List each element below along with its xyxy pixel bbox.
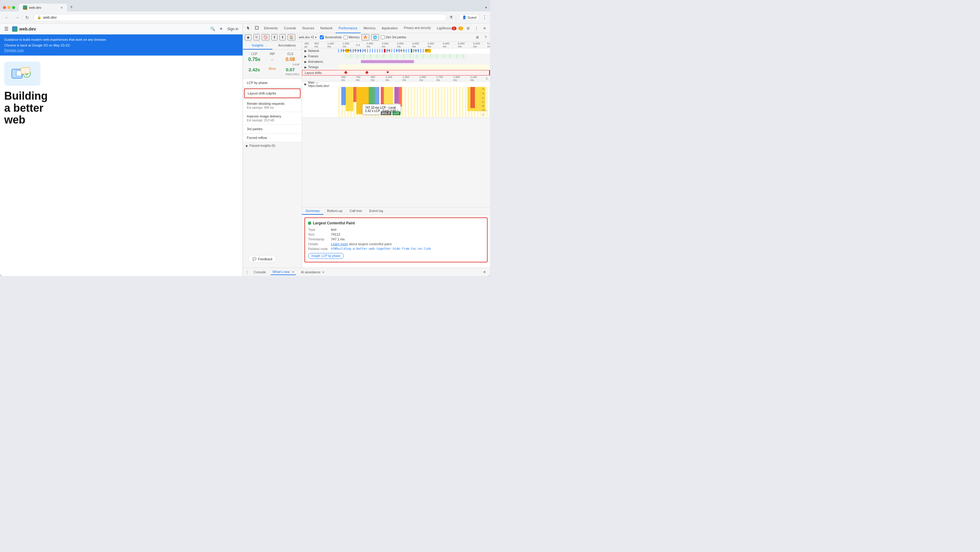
insight-render-blocking[interactable]: Render blocking requests Est savings: 40… (243, 99, 302, 112)
register-link[interactable]: Register now (4, 48, 24, 52)
tab-lighthouse[interactable]: Lighthouse (434, 24, 451, 33)
devtools-panel: Elements Console Sources Network Perform… (243, 24, 490, 276)
experiments-icon[interactable]: ⚗ (449, 15, 453, 20)
insight-lcp-by-phase[interactable]: LCP by phase (243, 78, 302, 87)
minimize-traffic-light[interactable] (8, 6, 11, 9)
track-animations-content[interactable] (338, 59, 490, 65)
device-toolbar-button[interactable] (253, 25, 260, 32)
hero-title-line3: web (4, 114, 239, 126)
active-tab[interactable]: web.dev ✕ (19, 4, 67, 11)
bottom-bar: ⋮ Console What's new ✕ AI assistance ✦ ✕ (243, 268, 490, 276)
track-timings: ▶ Timings (302, 65, 490, 70)
ruler2-6: 1,792 ms (433, 75, 450, 81)
flame-icon[interactable]: 🔥 (361, 34, 369, 40)
settings-button[interactable]: ⚙ (465, 26, 471, 31)
signin-link[interactable]: Sign in (227, 27, 239, 31)
inspect-element-button[interactable] (245, 25, 253, 32)
timings-expand-icon[interactable]: ▶ (304, 65, 307, 69)
flame-chart[interactable]: T... x... (... (... lz C (... (... F s..… (338, 87, 490, 117)
bottom-console-tab[interactable]: Console (252, 270, 267, 275)
metrics-section: LCP INP CLS 0.75s – 0.08 Local (243, 50, 302, 78)
download-button[interactable]: ⬇ (279, 34, 286, 40)
bottom-whats-new-tab[interactable]: What's new ✕ (270, 269, 296, 275)
record-button[interactable]: ⏺ (245, 34, 251, 40)
passed-insights-header[interactable]: ▶ Passed insights (6) (243, 142, 302, 149)
memory-checkbox[interactable] (344, 35, 348, 39)
learn-more-link[interactable]: Learn more (331, 242, 348, 246)
track-main-thread: ▶ Main — https://web.dev/ (302, 81, 490, 118)
call-tree-tab[interactable]: Call tree (346, 207, 366, 215)
tab-dropdown-icon[interactable]: ▾ (485, 5, 487, 10)
menu-icon[interactable]: ☰ (4, 26, 8, 32)
address-bar[interactable]: 🔒 web.dev (33, 14, 447, 21)
dim-parties-checkbox-group: Dim 3rd parties (381, 35, 406, 39)
back-button[interactable]: ← (3, 14, 11, 21)
main-content: ☰ web.dev 🔍 ☀ Sign in Guidance to build … (0, 24, 490, 276)
bottom-close-button[interactable]: ✕ (482, 269, 488, 275)
new-tab-button[interactable]: + (68, 4, 75, 10)
more-options-icon[interactable]: ⋮ (245, 270, 249, 274)
tab-close-icon[interactable]: ✕ (60, 6, 63, 10)
more-button[interactable]: ⋮ (482, 14, 487, 20)
session-selector[interactable]: web.dev #2 ▾ (297, 35, 318, 40)
close-traffic-light[interactable] (3, 6, 6, 9)
track-layout-shifts-content[interactable] (339, 70, 490, 75)
frames-expand-icon[interactable]: ▶ (304, 55, 307, 58)
track-timings-content[interactable] (338, 65, 490, 70)
insight-image-delivery[interactable]: Improve image delivery Est savings: 25.0… (243, 112, 302, 125)
tab-memory[interactable]: Memory (361, 24, 379, 33)
upload-button[interactable]: ⬆ (271, 34, 278, 40)
clear-button[interactable]: 🚫 (262, 34, 269, 40)
reload-record-button[interactable]: ↻ (253, 34, 260, 40)
tab-network[interactable]: Network (317, 24, 336, 33)
tab-elements[interactable]: Elements (261, 24, 281, 33)
theme-icon[interactable]: ☀ (220, 27, 223, 31)
help-button[interactable]: ? (483, 34, 488, 40)
fullscreen-traffic-light[interactable] (12, 6, 15, 9)
lcp-size-label: Size (308, 233, 329, 236)
lcp-details-title: Largest Contentful Paint (308, 221, 484, 225)
tab-performance[interactable]: Performance (336, 24, 361, 33)
insight-layout-shift-culprits[interactable]: Layout shift culprits (244, 88, 301, 98)
tab-sources[interactable]: Sources (299, 24, 317, 33)
ruler-mark-6: 3,492 ms (377, 42, 393, 48)
track-animations-label: ▶ Animations (302, 60, 338, 64)
lcp-insight-button[interactable]: Insight LCP by phase (308, 253, 344, 259)
home-button[interactable]: 🏠 (288, 34, 295, 40)
summary-content: Largest Contentful Paint Type text Size … (302, 215, 490, 268)
bottom-ai-tab[interactable]: AI assistance ✦ (299, 270, 326, 275)
summary-tab[interactable]: Summary (302, 207, 323, 215)
lcp-badge: LCP (393, 112, 400, 115)
annotations-tab[interactable]: Annotations (272, 41, 302, 49)
ruler2-7: 1,992 ms (450, 75, 467, 81)
forward-button[interactable]: → (13, 14, 21, 21)
settings-perf-button[interactable]: ⚙ (474, 34, 480, 40)
insight-forced-reflow[interactable]: Forced reflow (243, 134, 302, 142)
lcp-details-box: Largest Contentful Paint Type text Size … (304, 217, 488, 262)
tab-console[interactable]: Console (281, 24, 299, 33)
search-icon[interactable]: 🔍 (210, 27, 215, 31)
network-throttle-button[interactable]: 🌐 (371, 34, 379, 40)
tab-application[interactable]: Application (379, 24, 401, 33)
close-devtools-button[interactable]: ✕ (482, 26, 488, 31)
refresh-button[interactable]: ↻ (24, 14, 31, 21)
site-logo[interactable]: web.dev (12, 26, 36, 32)
event-log-tab[interactable]: Event log (366, 207, 387, 215)
bottom-up-tab[interactable]: Bottom-up (323, 207, 346, 215)
animations-expand-icon[interactable]: ▶ (304, 60, 307, 64)
lcp-local-value: 0.75s (245, 57, 263, 62)
screenshots-checkbox[interactable] (320, 35, 324, 39)
guest-button[interactable]: 👤 Guest (459, 14, 480, 21)
ruler-mark-4: 2,4 (354, 43, 363, 46)
track-network-content[interactable]: • ome-blue_720.png...ature_480... dev ne… (338, 48, 490, 54)
track-expand-icon[interactable]: ▶ (304, 49, 307, 53)
dim-parties-checkbox[interactable] (381, 35, 385, 39)
whats-new-close-icon[interactable]: ✕ (292, 270, 294, 274)
track-frames-content[interactable] (338, 54, 490, 59)
insight-3rd-parties[interactable]: 3rd parties (243, 125, 302, 134)
insights-tab[interactable]: Insights (243, 41, 272, 49)
tab-privacy[interactable]: Privacy and security (401, 24, 434, 33)
more-tools-button[interactable]: ⋮ (473, 26, 480, 31)
feedback-button[interactable]: 💬 Feedback (248, 255, 276, 263)
main-expand-icon[interactable]: ▶ (304, 83, 307, 86)
